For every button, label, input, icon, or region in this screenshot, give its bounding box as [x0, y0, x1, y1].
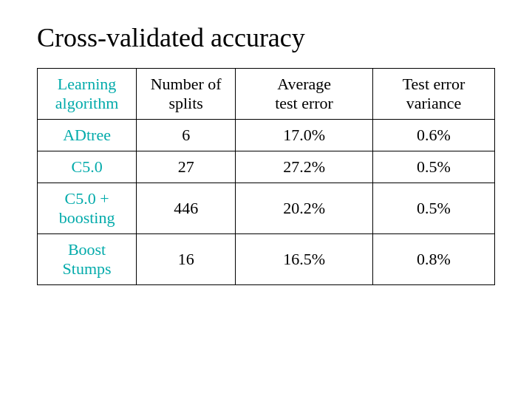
cell-test-variance: 0.5% [372, 183, 494, 234]
cell-splits: 16 [137, 234, 236, 285]
cell-test-variance: 0.5% [372, 151, 494, 183]
cell-avg-error: 27.2% [236, 151, 373, 183]
table-row: ADtree617.0%0.6% [38, 120, 495, 151]
cell-algorithm: Boost Stumps [38, 234, 137, 285]
cell-splits: 27 [137, 151, 236, 183]
header-test-variance: Test errorvariance [372, 69, 494, 120]
cell-avg-error: 16.5% [236, 234, 373, 285]
cell-avg-error: 17.0% [236, 120, 373, 151]
cell-algorithm: ADtree [38, 120, 137, 151]
header-splits: Number ofsplits [137, 69, 236, 120]
cell-splits: 446 [137, 183, 236, 234]
cell-test-variance: 0.8% [372, 234, 494, 285]
page-title: Cross-validated accuracy [37, 22, 305, 53]
cell-splits: 6 [137, 120, 236, 151]
cell-test-variance: 0.6% [372, 120, 494, 151]
cell-algorithm: C5.0 + boosting [38, 183, 137, 234]
cell-algorithm: C5.0 [38, 151, 137, 183]
accuracy-table: Learningalgorithm Number ofsplits Averag… [37, 68, 495, 285]
table-row: Boost Stumps1616.5%0.8% [38, 234, 495, 285]
cell-avg-error: 20.2% [236, 183, 373, 234]
header-avg-error: Averagetest error [236, 69, 373, 120]
table-row: C5.0 + boosting44620.2%0.5% [38, 183, 495, 234]
header-algorithm: Learningalgorithm [38, 69, 137, 120]
table-header-row: Learningalgorithm Number ofsplits Averag… [38, 69, 495, 120]
table-row: C5.02727.2%0.5% [38, 151, 495, 183]
